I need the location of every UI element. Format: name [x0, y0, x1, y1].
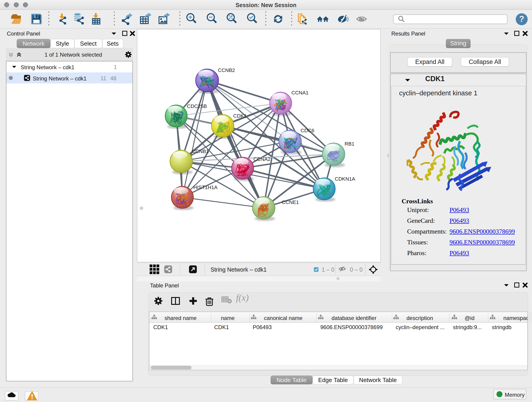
svg-text:CDK1: CDK1 [233, 113, 247, 119]
svg-text:CDKN1A: CDKN1A [335, 176, 355, 182]
svg-text:CCNA1: CCNA1 [291, 90, 309, 96]
svg-text:CCNA2: CCNA2 [253, 156, 271, 162]
svg-text:?: ? [519, 14, 524, 24]
svg-text:CCNB2: CCNB2 [218, 67, 235, 73]
svg-text:CDC25B: CDC25B [187, 103, 207, 109]
svg-text:f(x): f(x) [236, 293, 249, 303]
svg-text:HIST1H1A: HIST1H1A [193, 185, 217, 190]
svg-text:CCNB1: CCNB1 [192, 148, 209, 154]
svg-text:CDC6: CDC6 [301, 128, 314, 133]
svg-text:CCNE1: CCNE1 [282, 199, 299, 205]
svg-text:RB1: RB1 [345, 141, 355, 147]
